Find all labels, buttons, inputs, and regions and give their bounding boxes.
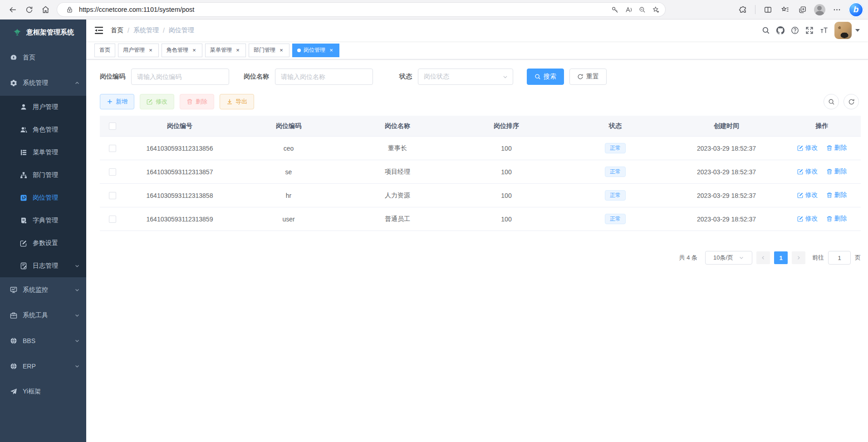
tab-close-icon[interactable]: × [278,47,284,54]
status-badge: 正常 [605,143,626,153]
search-icon[interactable] [762,26,770,34]
goto-page-input[interactable] [828,251,851,265]
cell-sort: 100 [452,137,561,160]
chevron-down-icon [502,74,508,80]
user-avatar[interactable] [834,22,852,39]
row-checkbox[interactable] [109,216,116,223]
breadcrumb-home[interactable]: 首页 [111,26,123,34]
collections-icon[interactable] [777,2,793,17]
sidebar-item-log-mgmt[interactable]: 日志管理 [0,255,86,277]
sidebar-item-erp[interactable]: ERP [0,354,86,379]
tab-actions-icon[interactable] [794,2,810,17]
fold-sidebar-icon[interactable] [94,26,103,34]
page-number-button[interactable]: 1 [774,251,788,264]
next-page-button[interactable] [792,251,805,264]
row-delete-link[interactable]: 删除 [826,167,847,176]
toggle-search-button[interactable] [824,94,839,109]
browser-toolbar: b [735,2,863,17]
tab-close-icon[interactable]: × [147,47,154,54]
github-icon[interactable] [776,26,785,34]
sidebar-item-dept-mgmt[interactable]: 部门管理 [0,164,86,187]
back-icon[interactable] [5,2,21,17]
tab-close-icon[interactable]: × [191,47,197,54]
status-select[interactable]: 岗位状态 [418,69,513,85]
row-checkbox[interactable] [109,145,116,152]
post-code-input[interactable] [131,69,229,85]
tab-首页[interactable]: 首页 [94,44,115,57]
sidebar-item-yi-framework[interactable]: Yi框架 [0,379,86,404]
text-size-icon[interactable] [820,26,828,34]
tab-close-icon[interactable]: × [235,47,241,54]
row-edit-link[interactable]: 修改 [797,215,818,223]
profile-icon[interactable] [811,2,828,17]
sidebar-item-label: 岗位管理 [33,194,58,202]
cell-id: 1641030593112313857 [125,160,234,184]
edit-button[interactable]: 修改 [140,94,174,109]
search-button[interactable]: 搜索 [527,69,564,85]
key-icon[interactable] [608,4,622,15]
sidebar-item-system-tools[interactable]: 系统工具 [0,303,86,328]
sidebar-item-dict-mgmt[interactable]: 字典管理 [0,209,86,232]
add-button[interactable]: 新增 [100,94,134,109]
refresh-table-button[interactable] [843,94,859,109]
column-header: 岗位编号 [125,116,234,137]
row-edit-link[interactable]: 修改 [797,167,818,176]
sidebar-item-home[interactable]: 首页 [0,45,86,70]
page-size-select[interactable]: 10条/页 [705,251,752,265]
tab-岗位管理[interactable]: 岗位管理× [292,44,339,57]
sidebar-item-user-mgmt[interactable]: 用户管理 [0,96,86,118]
home-icon[interactable] [37,2,54,17]
prev-page-button[interactable] [756,251,770,264]
tab-角色管理[interactable]: 角色管理× [162,44,202,57]
screen: https://ccnetcore.com:1101/system/post b [0,0,868,442]
cell-created: 2023-03-29 18:52:37 [670,137,783,160]
zoom-out-icon[interactable] [635,4,649,15]
sidebar-item-bbs[interactable]: BBS [0,328,86,354]
tab-用户管理[interactable]: 用户管理× [118,44,159,57]
sidebar-item-post-mgmt[interactable]: 岗位管理 [0,187,86,209]
copilot-icon[interactable]: b [848,2,863,17]
help-icon[interactable] [791,26,799,34]
row-edit-link[interactable]: 修改 [797,191,818,199]
reset-button[interactable]: 重置 [569,69,607,85]
app-logo: 意框架管理系统 [0,20,86,45]
row-edit-link[interactable]: 修改 [797,144,818,152]
split-screen-icon[interactable] [760,2,776,17]
delete-button[interactable]: 删除 [180,94,214,109]
logo-leaf-icon [12,27,22,37]
row-checkbox[interactable] [109,168,116,176]
address-bar[interactable]: https://ccnetcore.com:1101/system/post [57,3,665,16]
sidebar-item-param-settings[interactable]: 参数设置 [0,232,86,255]
row-checkbox[interactable] [109,192,116,199]
select-all-checkbox[interactable] [109,123,116,130]
read-aloud-icon[interactable] [622,4,635,15]
fullscreen-icon[interactable] [805,26,814,34]
favorites-add-icon[interactable] [649,4,662,15]
row-delete-link[interactable]: 删除 [826,215,847,223]
sidebar-item-label: ERP [23,363,36,370]
tab-部门管理[interactable]: 部门管理× [249,44,289,57]
sidebar-item-system-mgmt[interactable]: 系统管理 [0,70,86,96]
extensions-icon[interactable] [735,2,751,17]
column-header: 状态 [561,116,670,137]
sidebar-item-system-monitor[interactable]: 系统监控 [0,277,86,303]
param-icon [20,240,27,247]
more-icon[interactable] [829,2,845,17]
sidebar: 意框架管理系统 首页系统管理用户管理角色管理菜单管理部门管理岗位管理字典管理参数… [0,20,86,442]
sidebar-item-role-mgmt[interactable]: 角色管理 [0,118,86,141]
post-name-input[interactable] [275,69,373,85]
refresh-icon[interactable] [21,2,37,17]
row-delete-link[interactable]: 删除 [826,144,847,152]
cell-created: 2023-03-29 18:52:37 [670,184,783,207]
tab-close-icon[interactable]: × [328,47,334,54]
row-delete-link[interactable]: 删除 [826,191,847,199]
cell-id: 1641030593112313859 [125,207,234,231]
sidebar-item-label: 字典管理 [33,216,58,225]
cell-sort: 100 [452,184,561,207]
status-badge: 正常 [605,214,626,224]
sidebar-item-menu-mgmt[interactable]: 菜单管理 [0,141,86,164]
export-button[interactable]: 导出 [220,94,254,109]
tab-菜单管理[interactable]: 菜单管理× [205,44,246,57]
sidebar-item-label: 菜单管理 [33,148,58,157]
caret-down-icon[interactable] [855,29,860,32]
